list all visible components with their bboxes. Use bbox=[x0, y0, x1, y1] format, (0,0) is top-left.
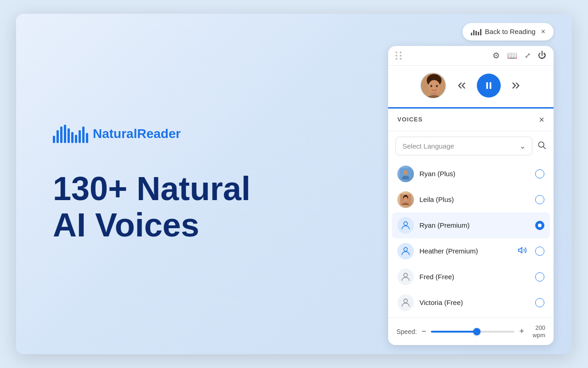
logo-waves-icon bbox=[53, 125, 88, 143]
language-dropdown-placeholder: Select Language bbox=[402, 142, 454, 150]
voices-header: VOICES × bbox=[388, 109, 554, 131]
svg-point-19 bbox=[404, 247, 407, 251]
power-icon[interactable]: ⏻ bbox=[538, 51, 546, 60]
voice-radio-leila-plus[interactable] bbox=[535, 195, 544, 204]
svg-rect-7 bbox=[486, 82, 488, 89]
player-topbar: ⚙ 📖 ⤢ ⏻ bbox=[388, 46, 554, 66]
svg-line-10 bbox=[543, 147, 546, 149]
voice-name-ryan-premium: Ryan (Premium) bbox=[419, 221, 530, 229]
forward-button[interactable] bbox=[510, 80, 522, 92]
voice-radio-victoria-free[interactable] bbox=[535, 298, 544, 307]
voice-avatar-fred-free bbox=[397, 269, 414, 285]
voice-radio-ryan-premium[interactable] bbox=[535, 221, 544, 230]
back-to-reading-label: Back to Reading bbox=[485, 28, 536, 35]
wave-bar-10 bbox=[86, 133, 88, 143]
voices-close-button[interactable]: × bbox=[539, 115, 544, 124]
list-item[interactable]: Fred (Free) bbox=[392, 264, 550, 290]
voice-avatar-ryan-plus bbox=[397, 166, 414, 182]
speaker-icon bbox=[518, 246, 527, 257]
logo-text: NaturalReader bbox=[93, 126, 181, 141]
list-item[interactable]: Leila (Plus) bbox=[392, 187, 550, 213]
svg-point-21 bbox=[404, 273, 407, 277]
speed-slider[interactable] bbox=[431, 331, 515, 333]
player-controls bbox=[388, 66, 554, 109]
svg-point-12 bbox=[403, 170, 407, 175]
voice-list: Ryan (Plus) Leila bbox=[388, 161, 554, 316]
speed-label: Speed: bbox=[396, 328, 417, 335]
list-item[interactable]: Ryan (Plus) bbox=[392, 161, 550, 187]
d4 bbox=[400, 55, 401, 57]
speed-track-fill bbox=[431, 331, 477, 333]
wave-bar-2 bbox=[57, 130, 59, 143]
speed-control: Speed: − + 200 wpm bbox=[388, 317, 554, 345]
right-panel: Back to Reading × ⚙ 📖 ⤢ ⏻ bbox=[379, 23, 554, 345]
wave-bar-7 bbox=[75, 135, 77, 143]
voice-avatar-player bbox=[420, 72, 447, 99]
speed-number: 200 bbox=[535, 324, 545, 331]
voice-name-ryan-plus: Ryan (Plus) bbox=[419, 170, 530, 178]
language-select-row: Select Language ⌄ bbox=[388, 131, 554, 161]
topbar-icons: ⚙ 📖 ⤢ ⏻ bbox=[492, 51, 546, 61]
voice-avatar-leila-plus bbox=[397, 191, 414, 208]
wave-bar-4 bbox=[64, 125, 66, 143]
wave-bar-5 bbox=[68, 128, 70, 143]
app-window: NaturalReader 130+ NaturalAI Voices Back… bbox=[16, 14, 572, 354]
speed-thumb[interactable] bbox=[473, 328, 481, 335]
speed-unit: wpm bbox=[533, 332, 545, 339]
d5 bbox=[396, 58, 397, 60]
left-content: NaturalReader 130+ NaturalAI Voices bbox=[16, 97, 379, 271]
list-item[interactable]: Victoria (Free) bbox=[392, 290, 550, 316]
d1 bbox=[396, 52, 397, 53]
voice-radio-fred-free[interactable] bbox=[535, 272, 544, 282]
svg-rect-8 bbox=[490, 82, 492, 89]
back-close-icon[interactable]: × bbox=[541, 28, 545, 36]
svg-point-5 bbox=[430, 85, 432, 87]
w5 bbox=[480, 29, 481, 35]
svg-point-18 bbox=[404, 222, 407, 225]
wave-bar-3 bbox=[60, 126, 62, 143]
w4 bbox=[478, 32, 479, 35]
voice-name-leila-plus: Leila (Plus) bbox=[419, 196, 530, 203]
w3 bbox=[475, 31, 477, 35]
expand-icon[interactable]: ⤢ bbox=[525, 51, 531, 60]
voice-radio-ryan-plus[interactable] bbox=[535, 169, 544, 178]
search-icon[interactable] bbox=[537, 140, 546, 152]
w1 bbox=[471, 33, 472, 35]
wave-bar-8 bbox=[79, 130, 81, 143]
logo-area: NaturalReader bbox=[53, 125, 181, 143]
bookmark-icon[interactable]: 📖 bbox=[507, 51, 517, 61]
voices-title: VOICES bbox=[397, 116, 423, 123]
chevron-down-icon: ⌄ bbox=[520, 142, 526, 150]
wave-bar-9 bbox=[82, 126, 85, 143]
voice-name-fred-free: Fred (Free) bbox=[419, 273, 530, 281]
voice-name-victoria-free: Victoria (Free) bbox=[419, 299, 530, 306]
voice-radio-heather-premium[interactable] bbox=[535, 247, 544, 256]
voices-panel: VOICES × Select Language ⌄ bbox=[388, 109, 554, 345]
svg-point-6 bbox=[436, 85, 438, 87]
rewind-button[interactable] bbox=[456, 80, 468, 92]
language-dropdown[interactable]: Select Language ⌄ bbox=[396, 137, 532, 155]
hero-title: 130+ NaturalAI Voices bbox=[53, 171, 250, 243]
settings-icon[interactable]: ⚙ bbox=[492, 51, 500, 61]
voice-name-heather-premium: Heather (Premium) bbox=[419, 247, 512, 255]
d3 bbox=[396, 55, 397, 57]
svg-point-16 bbox=[403, 196, 407, 201]
svg-point-2 bbox=[428, 80, 440, 94]
w2 bbox=[473, 30, 475, 35]
voice-avatar-ryan-premium bbox=[397, 217, 414, 234]
svg-marker-20 bbox=[519, 247, 522, 253]
wave-bar-6 bbox=[71, 132, 74, 143]
list-item[interactable]: Ryan (Premium) bbox=[392, 213, 550, 238]
waves-icon bbox=[471, 28, 481, 35]
pause-button[interactable] bbox=[477, 74, 501, 98]
list-item[interactable]: Heather (Premium) bbox=[392, 238, 550, 264]
player-widget: ⚙ 📖 ⤢ ⏻ bbox=[388, 46, 554, 345]
svg-point-22 bbox=[404, 299, 407, 303]
speed-minus-button[interactable]: − bbox=[421, 327, 426, 336]
wave-bar-1 bbox=[53, 136, 55, 143]
speed-plus-button[interactable]: + bbox=[519, 327, 524, 336]
voice-avatar-victoria-free bbox=[397, 294, 414, 311]
speed-value: 200 wpm bbox=[529, 324, 545, 339]
back-to-reading-button[interactable]: Back to Reading × bbox=[463, 23, 554, 40]
d6 bbox=[400, 58, 401, 60]
